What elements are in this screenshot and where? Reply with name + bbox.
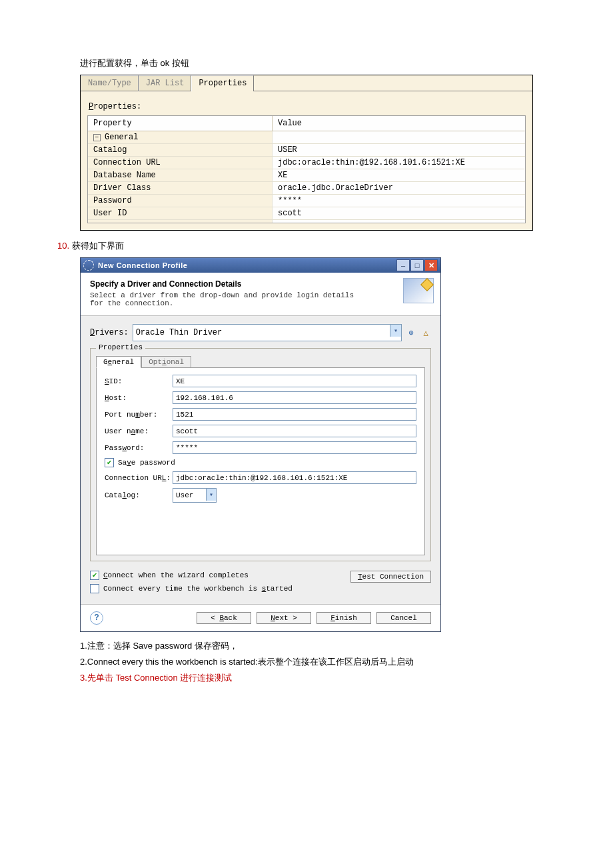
tab-properties[interactable]: Properties bbox=[191, 75, 254, 91]
table-row[interactable]: CatalogUSER bbox=[88, 144, 525, 157]
next-button[interactable]: Next > bbox=[257, 612, 311, 624]
properties-fieldset: Properties General Optional SID: Host: bbox=[90, 348, 431, 561]
save-password-checkbox[interactable]: ✔ bbox=[105, 458, 114, 467]
table-row[interactable]: Password***** bbox=[88, 195, 525, 207]
window-icon bbox=[83, 260, 94, 271]
back-button[interactable]: < Back bbox=[197, 612, 251, 624]
conn-url-input[interactable] bbox=[173, 471, 416, 484]
panel1-tabstrip: Name/Type JAR List Properties bbox=[81, 75, 532, 91]
tab-jar-list[interactable]: JAR List bbox=[139, 75, 192, 91]
finish-button[interactable]: Finish bbox=[316, 612, 371, 624]
connect-on-startup-checkbox[interactable]: ✔ bbox=[90, 584, 99, 593]
collapse-icon[interactable]: − bbox=[93, 134, 101, 141]
clear-driver-icon[interactable]: △ bbox=[420, 327, 431, 338]
properties-table: Property Value −General CatalogUSER Conn… bbox=[87, 115, 526, 223]
note-2: 2.Connect every this the workbench is st… bbox=[80, 656, 533, 668]
col-header-value[interactable]: Value bbox=[273, 116, 525, 131]
note-3: 3.先单击 Test Connection 进行连接测试 bbox=[80, 672, 533, 684]
port-input[interactable] bbox=[173, 408, 416, 421]
group-general[interactable]: −General bbox=[88, 131, 525, 144]
sid-input[interactable] bbox=[173, 375, 416, 387]
new-connection-profile-dialog: New Connection Profile – □ ✕ Specify a D… bbox=[80, 257, 441, 632]
tab-name-type[interactable]: Name/Type bbox=[81, 75, 139, 91]
banner: Specify a Driver and Connection Details … bbox=[81, 273, 440, 316]
intro-text: 进行配置获得，单击 ok 按钮 bbox=[80, 57, 533, 69]
help-icon[interactable]: ? bbox=[90, 611, 103, 625]
properties-label: Properties: bbox=[87, 95, 526, 115]
save-password-label: Save password bbox=[118, 459, 175, 467]
window-title: New Connection Profile bbox=[98, 261, 396, 269]
titlebar: New Connection Profile – □ ✕ bbox=[81, 258, 440, 273]
table-row[interactable]: Connection URLjdbc:oracle:thin:@192.168.… bbox=[88, 157, 525, 169]
port-label: Port number: bbox=[105, 411, 173, 419]
drivers-select[interactable]: Oracle Thin Driver ▾ bbox=[133, 324, 402, 341]
host-label: Host: bbox=[105, 394, 173, 402]
password-input[interactable] bbox=[173, 441, 416, 454]
conn-url-label: Connection URL: bbox=[105, 474, 173, 482]
close-button[interactable]: ✕ bbox=[424, 259, 438, 271]
fieldset-legend: Properties bbox=[96, 343, 145, 351]
table-row[interactable]: User IDscott bbox=[88, 207, 525, 220]
step-10: 10. 获得如下界面 bbox=[57, 240, 533, 252]
tab-general[interactable]: General bbox=[96, 356, 141, 368]
cancel-button[interactable]: Cancel bbox=[376, 612, 431, 624]
tab-page-general: SID: Host: Port number: User name: bbox=[96, 367, 425, 555]
host-input[interactable] bbox=[173, 391, 416, 404]
table-row[interactable]: Database NameXE bbox=[88, 169, 525, 182]
test-connection-button[interactable]: Test Connection bbox=[350, 571, 431, 583]
tab-optional[interactable]: Optional bbox=[141, 356, 191, 368]
note-1: 1.注意：选择 Save password 保存密码， bbox=[80, 640, 533, 652]
chevron-down-icon: ▾ bbox=[390, 325, 401, 337]
catalog-label: Catalog: bbox=[105, 491, 173, 499]
banner-icon bbox=[403, 278, 434, 303]
banner-heading: Specify a Driver and Connection Details bbox=[90, 279, 431, 289]
chevron-down-icon: ▾ bbox=[206, 489, 216, 501]
connect-on-startup-label: Connect every time the workbench is star… bbox=[103, 585, 293, 593]
username-input[interactable] bbox=[173, 425, 416, 437]
username-label: User name: bbox=[105, 427, 173, 435]
table-row[interactable] bbox=[88, 220, 525, 223]
connect-when-complete-checkbox[interactable]: ✔ bbox=[90, 571, 99, 580]
banner-subtext: Select a driver from the drop-down and p… bbox=[90, 291, 370, 307]
connect-when-complete-label: Connect when the wizard completes bbox=[103, 571, 249, 579]
catalog-select[interactable]: User ▾ bbox=[173, 488, 217, 503]
table-row[interactable]: Driver Classoracle.jdbc.OracleDriver bbox=[88, 182, 525, 195]
password-label: Password: bbox=[105, 444, 173, 452]
new-driver-icon[interactable]: ⊕ bbox=[406, 327, 416, 338]
sid-label: SID: bbox=[105, 377, 173, 385]
properties-panel: Name/Type JAR List Properties Properties… bbox=[80, 75, 533, 231]
minimize-button[interactable]: – bbox=[396, 259, 410, 271]
drivers-label: Drivers: bbox=[90, 328, 129, 337]
maximize-button[interactable]: □ bbox=[410, 259, 424, 271]
col-header-property[interactable]: Property bbox=[88, 116, 273, 131]
